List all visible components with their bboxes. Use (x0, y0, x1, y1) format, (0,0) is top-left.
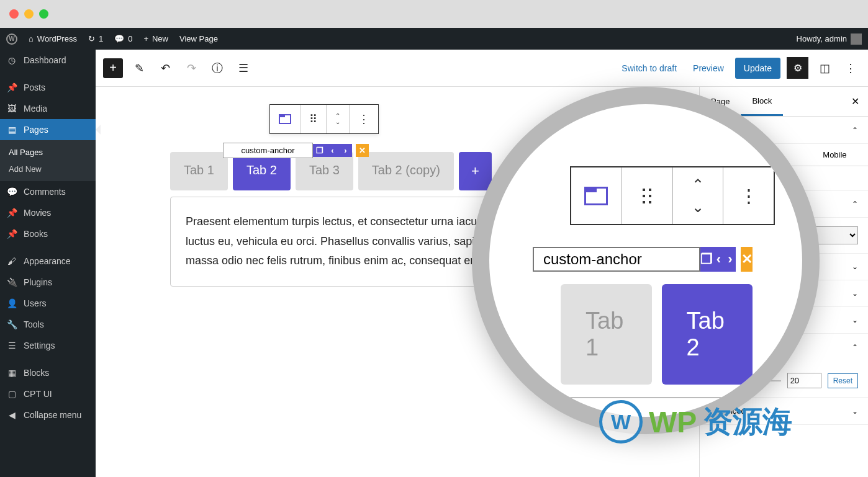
sidebar-item-media[interactable]: 🖼Media (0, 98, 96, 119)
sidebar-item-label: Settings (24, 341, 55, 350)
sliders-icon: ☰ (6, 340, 17, 351)
brush-icon: 🖌 (6, 256, 17, 267)
drag-handle (622, 167, 673, 224)
sidebar-item-comments[interactable]: 💬Comments (0, 181, 96, 202)
sidebar-item-label: Dashboard (24, 55, 66, 65)
wordpress-logo-icon: W (599, 400, 643, 444)
sidebar-item-books[interactable]: 📌Books (0, 223, 96, 244)
watermark: W WP资源海 (599, 400, 792, 444)
sidebar-item-appearance[interactable]: 🖌Appearance (0, 251, 96, 272)
chevron-up-icon: ⌃ (852, 126, 858, 135)
magnifier-overlay: ⌃⌄ ⋮ ❐ ‹ › ✕ Tab 1 Tab 2 Praesent ele (472, 87, 820, 434)
watermark-text: 资源海 (703, 402, 792, 442)
submenu-all-pages[interactable]: All Pages (0, 144, 96, 161)
anchor-input[interactable] (223, 143, 313, 158)
magnified-tabs: Tab 1 Tab 2 (561, 284, 753, 385)
sidebar-item-posts[interactable]: 📌Posts (0, 77, 96, 98)
sidebar-item-movies[interactable]: 📌Movies (0, 202, 96, 223)
add-tab-button[interactable]: + (459, 152, 492, 190)
plug-icon: 🔌 (6, 277, 17, 288)
tab-item[interactable]: Tab 2 (copy) (358, 152, 454, 190)
move-tab-left-button[interactable]: ‹ (326, 144, 339, 157)
chevron-up-icon: ⌃ (692, 176, 704, 194)
move-arrows: ⌃⌄ (673, 167, 724, 224)
submenu-add-new[interactable]: Add New (0, 161, 96, 177)
outline-button[interactable]: ☰ (233, 58, 253, 78)
more-block-options[interactable]: ⋮ (350, 105, 378, 133)
device-tab-mobile[interactable]: Mobile (802, 144, 868, 166)
pages-submenu: All Pages Add New (0, 140, 96, 181)
new-content-link[interactable]: +New (143, 34, 168, 43)
sidebar-collapse[interactable]: ◀Collapse menu (0, 404, 96, 426)
sidebar-item-label: Blocks (24, 368, 49, 378)
view-page-link[interactable]: View Page (179, 34, 218, 43)
wrench-icon: 🔧 (6, 319, 17, 330)
more-block-options: ⋮ (723, 167, 774, 224)
wordpress-logo-icon[interactable]: W (6, 33, 17, 45)
sidebar-item-cptui[interactable]: ▢CPT UI (0, 383, 96, 404)
site-name-link[interactable]: ⌂WordPress (29, 34, 77, 43)
sidebar-item-label: Pages (24, 125, 48, 135)
maximize-window-icon[interactable] (39, 9, 48, 19)
sidebar-item-label: Media (24, 104, 47, 114)
pin-icon: 📌 (6, 207, 17, 218)
account-link[interactable]: Howdy, admin (797, 33, 862, 45)
delete-tab-button[interactable]: ✕ (356, 144, 369, 157)
undo-button[interactable]: ↶ (155, 58, 175, 78)
minimize-window-icon[interactable] (24, 9, 34, 19)
sidebar-item-label: Tools (24, 319, 44, 329)
tab-block-icon (279, 114, 291, 124)
plus-icon: + (143, 34, 148, 43)
add-block-button[interactable]: + (103, 58, 123, 78)
pin-icon: 📌 (6, 228, 17, 239)
sidebar-item-label: Appearance (24, 256, 71, 266)
squares-icon: ▢ (6, 388, 17, 399)
edit-mode-button[interactable]: ✎ (129, 58, 149, 78)
sidebar-item-pages[interactable]: ▤Pages (0, 119, 96, 140)
wp-admin-bar: W ⌂WordPress ↻1 💬0 +New View Page Howdy,… (0, 28, 868, 50)
collapse-icon: ◀ (6, 409, 17, 421)
block-toolbar: ⠿ ⌃⌄ ⋮ (269, 104, 379, 134)
close-inspector-button[interactable]: ✕ (843, 87, 868, 116)
move-tab-right-button[interactable]: › (339, 144, 352, 157)
sidebar-item-users[interactable]: 👤Users (0, 293, 96, 314)
switch-to-draft-button[interactable]: Switch to draft (617, 58, 682, 78)
block-type-icon[interactable] (270, 105, 301, 133)
updates-link[interactable]: ↻1 (88, 34, 103, 43)
tab-block-icon (584, 187, 608, 205)
sidebar-item-plugins[interactable]: 🔌Plugins (0, 272, 96, 293)
tab-block[interactable]: Block (741, 87, 783, 116)
sidebar-item-tools[interactable]: 🔧Tools (0, 314, 96, 335)
more-options-button[interactable]: ⋮ (841, 58, 861, 78)
comments-link[interactable]: 💬0 (114, 34, 132, 43)
grid-icon: ▦ (6, 367, 17, 378)
chevron-up-icon: ⌃ (852, 200, 858, 208)
admin-sidebar: ◷Dashboard 📌Posts 🖼Media ▤Pages All Page… (0, 50, 96, 477)
close-window-icon[interactable] (9, 9, 19, 19)
tab-item[interactable]: Tab 1 (170, 152, 228, 190)
font-size-input[interactable] (787, 373, 821, 388)
duplicate-tab-button[interactable]: ❐ (313, 144, 326, 157)
sidebar-item-dashboard[interactable]: ◷Dashboard (0, 50, 96, 71)
reset-button[interactable]: Reset (828, 373, 858, 388)
chevron-down-icon: ⌄ (852, 289, 858, 298)
tab-item-active: Tab 2 (662, 284, 753, 385)
block-type-icon (571, 167, 622, 224)
redo-button[interactable]: ↷ (181, 58, 201, 78)
chevron-up-icon: ⌃ (852, 343, 858, 352)
home-icon: ⌂ (29, 34, 34, 43)
settings-toggle-button[interactable]: ⚙ (787, 57, 808, 79)
update-button[interactable]: Update (735, 58, 780, 79)
preview-button[interactable]: Preview (688, 58, 729, 78)
refresh-icon: ↻ (88, 34, 95, 43)
sidebar-item-label: CPT UI (24, 389, 52, 399)
drag-handle[interactable]: ⠿ (301, 105, 327, 133)
editor-toolbar: + ✎ ↶ ↷ ⓘ ☰ Switch to draft Preview Upda… (96, 50, 868, 87)
info-button[interactable]: ⓘ (207, 58, 227, 78)
macos-titlebar (0, 0, 868, 28)
chevron-down-icon: ⌄ (852, 407, 858, 416)
sidebar-item-blocks[interactable]: ▦Blocks (0, 362, 96, 383)
view-button[interactable]: ◫ (815, 58, 834, 78)
sidebar-item-settings[interactable]: ☰Settings (0, 335, 96, 356)
move-down-button[interactable]: ⌄ (335, 119, 340, 125)
